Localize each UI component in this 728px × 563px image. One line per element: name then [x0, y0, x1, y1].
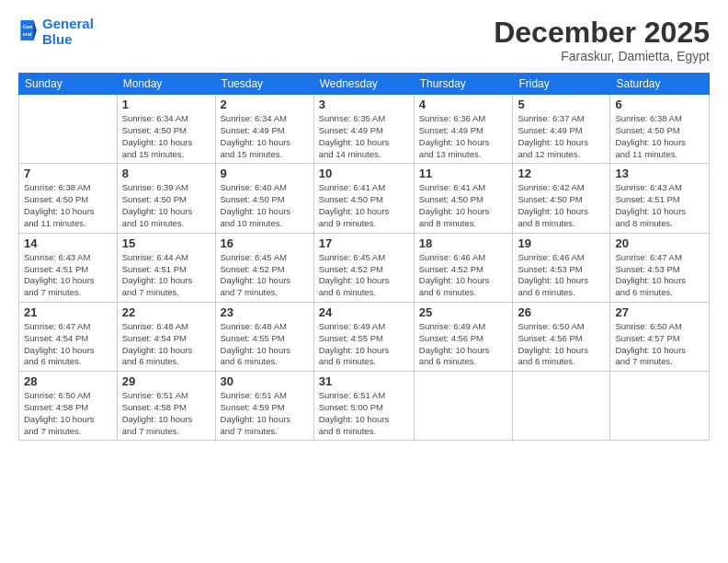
day-info: Sunrise: 6:38 AMSunset: 4:50 PMDaylight:…	[615, 113, 704, 160]
day-info: Sunrise: 6:43 AMSunset: 4:51 PMDaylight:…	[24, 252, 112, 299]
weekday-header: Thursday	[414, 74, 513, 95]
calendar-week-row: 1Sunrise: 6:34 AMSunset: 4:50 PMDaylight…	[19, 95, 710, 164]
day-number: 11	[419, 167, 508, 180]
day-info: Sunrise: 6:36 AMSunset: 4:49 PMDaylight:…	[419, 113, 508, 160]
day-number: 30	[221, 374, 309, 388]
day-info: Sunrise: 6:46 AMSunset: 4:53 PMDaylight:…	[518, 252, 605, 299]
day-info: Sunrise: 6:49 AMSunset: 4:56 PMDaylight:…	[419, 321, 508, 368]
calendar-week-row: 28Sunrise: 6:50 AMSunset: 4:58 PMDayligh…	[19, 372, 710, 441]
calendar-cell: 4Sunrise: 6:36 AMSunset: 4:49 PMDaylight…	[414, 95, 513, 164]
calendar-page: Gen eral General Blue December 2025 Fara…	[0, 0, 728, 563]
calendar-cell: 28Sunrise: 6:50 AMSunset: 4:58 PMDayligh…	[19, 372, 118, 441]
calendar-cell: 25Sunrise: 6:49 AMSunset: 4:56 PMDayligh…	[414, 302, 513, 371]
day-number: 8	[122, 167, 210, 180]
day-info: Sunrise: 6:41 AMSunset: 4:50 PMDaylight:…	[319, 182, 409, 229]
day-number: 21	[24, 305, 112, 319]
weekday-header: Wednesday	[313, 74, 414, 95]
day-info: Sunrise: 6:37 AMSunset: 4:49 PMDaylight:…	[518, 113, 605, 160]
calendar-cell: 8Sunrise: 6:39 AMSunset: 4:50 PMDaylight…	[117, 164, 215, 233]
day-info: Sunrise: 6:35 AMSunset: 4:49 PMDaylight:…	[319, 113, 409, 160]
svg-text:Gen: Gen	[23, 24, 33, 29]
calendar-cell: 6Sunrise: 6:38 AMSunset: 4:50 PMDaylight…	[610, 95, 710, 164]
day-number: 9	[221, 167, 309, 180]
day-info: Sunrise: 6:38 AMSunset: 4:50 PMDaylight:…	[24, 182, 112, 229]
calendar-cell: 17Sunrise: 6:45 AMSunset: 4:52 PMDayligh…	[313, 233, 414, 302]
calendar-cell: 11Sunrise: 6:41 AMSunset: 4:50 PMDayligh…	[414, 164, 513, 233]
day-info: Sunrise: 6:44 AMSunset: 4:51 PMDaylight:…	[122, 252, 210, 299]
logo-line1: General	[42, 17, 94, 32]
calendar-cell	[414, 372, 513, 441]
day-number: 7	[24, 167, 112, 180]
day-info: Sunrise: 6:47 AMSunset: 4:54 PMDaylight:…	[24, 321, 112, 368]
day-number: 12	[518, 167, 605, 180]
calendar-cell: 15Sunrise: 6:44 AMSunset: 4:51 PMDayligh…	[117, 233, 215, 302]
day-number: 17	[319, 236, 409, 250]
day-info: Sunrise: 6:34 AMSunset: 4:50 PMDaylight:…	[122, 113, 210, 160]
day-info: Sunrise: 6:51 AMSunset: 4:59 PMDaylight:…	[221, 390, 309, 437]
day-info: Sunrise: 6:49 AMSunset: 4:55 PMDaylight:…	[319, 321, 409, 368]
day-number: 19	[518, 236, 605, 250]
logo-icon: Gen eral	[20, 20, 37, 40]
header: Gen eral General Blue December 2025 Fara…	[18, 17, 710, 63]
day-info: Sunrise: 6:45 AMSunset: 4:52 PMDaylight:…	[319, 252, 409, 299]
day-info: Sunrise: 6:47 AMSunset: 4:53 PMDaylight:…	[615, 252, 704, 299]
day-info: Sunrise: 6:45 AMSunset: 4:52 PMDaylight:…	[221, 252, 309, 299]
day-info: Sunrise: 6:34 AMSunset: 4:49 PMDaylight:…	[221, 113, 309, 160]
weekday-header: Saturday	[610, 74, 710, 95]
day-number: 10	[319, 167, 409, 180]
day-info: Sunrise: 6:46 AMSunset: 4:52 PMDaylight:…	[419, 252, 508, 299]
day-number: 13	[615, 167, 704, 180]
calendar-cell: 26Sunrise: 6:50 AMSunset: 4:56 PMDayligh…	[513, 302, 610, 371]
calendar-cell: 2Sunrise: 6:34 AMSunset: 4:49 PMDaylight…	[215, 95, 313, 164]
weekday-header: Monday	[117, 74, 215, 95]
day-number: 26	[518, 305, 605, 319]
logo-line2: Blue	[42, 32, 94, 48]
calendar-table: SundayMondayTuesdayWednesdayThursdayFrid…	[18, 73, 710, 441]
calendar-cell: 3Sunrise: 6:35 AMSunset: 4:49 PMDaylight…	[313, 95, 414, 164]
calendar-cell: 29Sunrise: 6:51 AMSunset: 4:58 PMDayligh…	[117, 372, 215, 441]
calendar-cell	[610, 372, 710, 441]
day-info: Sunrise: 6:51 AMSunset: 4:58 PMDaylight:…	[122, 390, 210, 437]
calendar-cell	[19, 95, 118, 164]
day-info: Sunrise: 6:48 AMSunset: 4:55 PMDaylight:…	[221, 321, 309, 368]
calendar-cell	[513, 372, 610, 441]
day-number: 4	[419, 98, 508, 111]
day-number: 29	[122, 374, 210, 388]
calendar-week-row: 14Sunrise: 6:43 AMSunset: 4:51 PMDayligh…	[19, 233, 710, 302]
calendar-cell: 16Sunrise: 6:45 AMSunset: 4:52 PMDayligh…	[215, 233, 313, 302]
day-info: Sunrise: 6:39 AMSunset: 4:50 PMDaylight:…	[122, 182, 210, 229]
day-number: 6	[615, 98, 704, 111]
weekday-header: Tuesday	[215, 74, 313, 95]
calendar-cell: 27Sunrise: 6:50 AMSunset: 4:57 PMDayligh…	[610, 302, 710, 371]
calendar-cell: 24Sunrise: 6:49 AMSunset: 4:55 PMDayligh…	[313, 302, 414, 371]
day-number: 18	[419, 236, 508, 250]
calendar-cell: 18Sunrise: 6:46 AMSunset: 4:52 PMDayligh…	[414, 233, 513, 302]
location: Faraskur, Damietta, Egypt	[494, 49, 710, 63]
day-number: 16	[221, 236, 309, 250]
day-number: 31	[319, 374, 409, 388]
header-row: SundayMondayTuesdayWednesdayThursdayFrid…	[19, 74, 710, 95]
day-info: Sunrise: 6:50 AMSunset: 4:58 PMDaylight:…	[24, 390, 112, 437]
day-number: 20	[615, 236, 704, 250]
calendar-cell: 1Sunrise: 6:34 AMSunset: 4:50 PMDaylight…	[117, 95, 215, 164]
day-number: 2	[221, 98, 309, 111]
calendar-cell: 9Sunrise: 6:40 AMSunset: 4:50 PMDaylight…	[215, 164, 313, 233]
calendar-cell: 5Sunrise: 6:37 AMSunset: 4:49 PMDaylight…	[513, 95, 610, 164]
day-number: 5	[518, 98, 605, 111]
day-number: 1	[122, 98, 210, 111]
calendar-cell: 7Sunrise: 6:38 AMSunset: 4:50 PMDaylight…	[19, 164, 118, 233]
day-info: Sunrise: 6:51 AMSunset: 5:00 PMDaylight:…	[319, 390, 409, 437]
day-number: 24	[319, 305, 409, 319]
day-number: 23	[221, 305, 309, 319]
weekday-header: Sunday	[19, 74, 118, 95]
calendar-cell: 20Sunrise: 6:47 AMSunset: 4:53 PMDayligh…	[610, 233, 710, 302]
day-info: Sunrise: 6:41 AMSunset: 4:50 PMDaylight:…	[419, 182, 508, 229]
calendar-cell: 13Sunrise: 6:43 AMSunset: 4:51 PMDayligh…	[610, 164, 710, 233]
day-number: 15	[122, 236, 210, 250]
calendar-cell: 30Sunrise: 6:51 AMSunset: 4:59 PMDayligh…	[215, 372, 313, 441]
day-number: 28	[24, 374, 112, 388]
calendar-cell: 12Sunrise: 6:42 AMSunset: 4:50 PMDayligh…	[513, 164, 610, 233]
weekday-header: Friday	[513, 74, 610, 95]
day-info: Sunrise: 6:42 AMSunset: 4:50 PMDaylight:…	[518, 182, 605, 229]
calendar-cell: 31Sunrise: 6:51 AMSunset: 5:00 PMDayligh…	[313, 372, 414, 441]
